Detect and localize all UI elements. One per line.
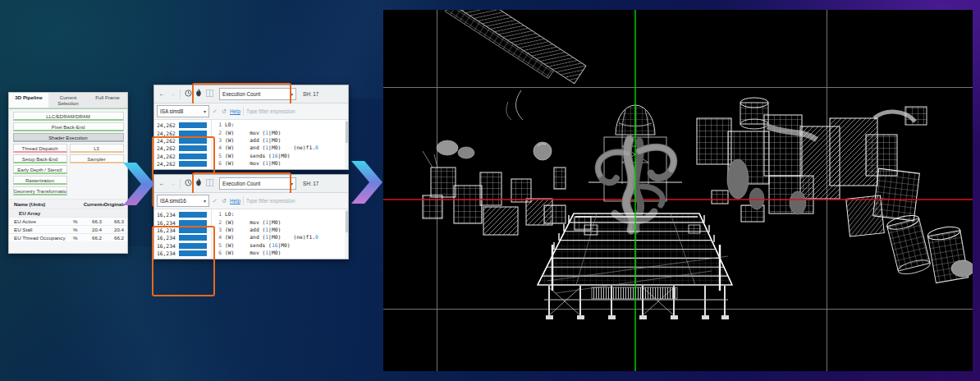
code-line: 2(W) mov (1|M0) xyxy=(213,218,348,225)
count-row: 16,234 xyxy=(157,242,209,250)
caret-down-icon: ▾ xyxy=(291,91,293,97)
metric-cell: % xyxy=(73,235,83,241)
pipeline-button-rasterization[interactable]: Rasterization xyxy=(13,176,67,185)
code-line: 5(W) sends (16|M0) xyxy=(213,152,348,159)
metric-dropdown[interactable]: Execution Count ▾ xyxy=(219,177,296,190)
filter-expression-input[interactable] xyxy=(243,107,346,116)
code-line: 6(W) mov (1|M0) xyxy=(213,159,348,167)
count-bar xyxy=(179,138,207,144)
count-bar xyxy=(179,212,207,218)
count-row: 24,262 xyxy=(157,137,209,145)
pipeline-button-setup-back-end[interactable]: Setup Back-End xyxy=(13,154,67,163)
forward-icon[interactable]: → xyxy=(168,90,176,99)
instruction-text: (W) mov (1|M0) xyxy=(225,250,281,255)
flow-arrow-icon xyxy=(123,163,156,205)
scrollbar[interactable] xyxy=(345,120,348,169)
hotspots-flame-icon[interactable] xyxy=(195,178,203,189)
count-row: 24,262 xyxy=(157,153,209,160)
isa-code-listing: 1L0:2(W) mov (1|M0)3(W) add (1|M0)4(W) a… xyxy=(212,209,348,259)
pipeline-button-shader-execution[interactable]: Shader Execution xyxy=(13,133,124,142)
isa-dropdown[interactable]: ISA simd16 ▾ xyxy=(157,195,209,207)
pipeline-metrics-panel: 3D PipelineCurrent SelectionFull Frame L… xyxy=(8,92,128,254)
instruction-text: (W) sends (16|M0) xyxy=(225,153,291,158)
execution-count-value: 16,234 xyxy=(157,212,179,218)
tab-current-selection[interactable]: Current Selection xyxy=(48,93,88,108)
back-icon[interactable]: ← xyxy=(158,180,166,188)
3d-framebuffer-viewport[interactable] xyxy=(383,10,973,371)
history-clock-icon[interactable] xyxy=(184,179,192,189)
count-bar xyxy=(179,122,207,128)
code-line: 4(W) and (1|M0) (ne)f1.0 xyxy=(213,144,348,151)
count-row: 16,234 xyxy=(157,227,209,234)
shader-profiler-panel-simd16: ← → Execution Count ▾ SH: 17 ISA simd16 … xyxy=(153,174,349,259)
count-bar xyxy=(179,131,207,136)
pipeline-button-l3[interactable]: L3 xyxy=(70,144,124,153)
code-line: 5(W) sends (16|M0) xyxy=(213,241,348,249)
filter-expression-input[interactable] xyxy=(243,196,346,205)
line-number: 4 xyxy=(213,234,222,240)
truss-bridge xyxy=(445,10,586,120)
execution-count-value: 16,234 xyxy=(157,235,179,241)
execution-count-value: 24,262 xyxy=(157,122,179,128)
line-number: 5 xyxy=(213,242,222,248)
line-number: 1 xyxy=(213,211,222,217)
shader-profiler-panel-simd8: ← → Execution Count ▾ SH: 17 ISA simd8 ▾… xyxy=(153,85,349,170)
shader-id-label: SH: 17 xyxy=(303,181,318,186)
split-view-icon[interactable] xyxy=(205,179,213,189)
pipeline-button-early-depth-stencil[interactable]: Early Depth / Stencil xyxy=(13,165,67,174)
apply-check-icon[interactable]: ✓ xyxy=(212,197,218,204)
scrollbar-thumb[interactable] xyxy=(346,122,348,143)
count-bar xyxy=(179,154,207,159)
line-number: 3 xyxy=(213,137,222,143)
execution-count-value: 24,262 xyxy=(157,131,179,136)
back-icon[interactable]: ← xyxy=(158,90,166,99)
instruction-text: (W) and (1|M0) (ne)f0.1 xyxy=(225,168,318,169)
divider xyxy=(180,179,181,189)
count-bar xyxy=(179,243,207,249)
execution-count-value: 24,262 xyxy=(157,138,179,144)
col-current: Current xyxy=(83,201,102,207)
line-number: 6 xyxy=(213,250,222,255)
pipeline-button-thread-dispatch[interactable]: Thread Dispatch xyxy=(13,144,67,153)
isa-dropdown[interactable]: ISA simd8 ▾ xyxy=(157,105,209,117)
metric-cell: 20.4 xyxy=(102,227,124,232)
instruction-text: (W) mov (1|M0) xyxy=(225,219,281,225)
execution-count-value: 16,234 xyxy=(157,243,179,249)
help-link[interactable]: Help xyxy=(230,198,240,204)
undo-icon[interactable]: ↺ xyxy=(221,108,227,115)
count-bar xyxy=(179,250,207,256)
profiler-toolbar: ← → Execution Count ▾ SH: 17 xyxy=(154,85,348,103)
instruction-text: L0: xyxy=(225,211,234,217)
scrollbar-thumb[interactable] xyxy=(346,211,348,232)
hotspots-flame-icon[interactable] xyxy=(195,89,203,99)
history-clock-icon[interactable] xyxy=(184,90,192,99)
execution-count-value: 16,234 xyxy=(157,250,179,256)
tab-full-frame[interactable]: Full Frame xyxy=(88,93,127,108)
count-bar xyxy=(179,227,207,233)
line-number: 1 xyxy=(213,122,222,127)
left-structures xyxy=(423,140,591,235)
split-view-icon[interactable] xyxy=(205,90,213,99)
right-structures xyxy=(697,98,973,283)
scrollbar[interactable] xyxy=(345,209,348,259)
execution-count-value: 24,262 xyxy=(157,161,179,167)
caret-down-icon: ▾ xyxy=(204,198,206,204)
apply-check-icon[interactable]: ✓ xyxy=(212,108,218,115)
metric-dropdown[interactable]: Execution Count ▾ xyxy=(219,88,296,100)
metric-cell: 66.3 xyxy=(83,218,102,224)
undo-icon[interactable]: ↺ xyxy=(221,197,227,204)
code-line: 1L0: xyxy=(213,121,348,128)
forward-icon[interactable]: → xyxy=(168,180,176,188)
profiler-body: 16,23416,23416,23416,23416,23416,234 1L0… xyxy=(154,209,348,259)
col-original: ◂Original▸ xyxy=(102,201,124,207)
pipeline-button-geometry-transformation[interactable]: Geometry Transformation xyxy=(13,186,67,195)
metric-group-label: EU Array xyxy=(12,210,124,216)
flow-arrow-icon xyxy=(351,161,384,204)
help-link[interactable]: Help xyxy=(230,108,240,114)
pipeline-button-sampler[interactable]: Sampler xyxy=(70,154,124,163)
isa-dropdown-value: ISA simd8 xyxy=(160,108,183,114)
pipeline-button-llc-edram-dram[interactable]: LLC/EDRAM/DRAM xyxy=(13,112,124,121)
code-line: 2(W) mov (1|M0) xyxy=(213,128,348,135)
tab-3d-pipeline[interactable]: 3D Pipeline xyxy=(9,93,48,108)
pipeline-button-pixel-back-end[interactable]: Pixel Back-End xyxy=(13,122,124,131)
